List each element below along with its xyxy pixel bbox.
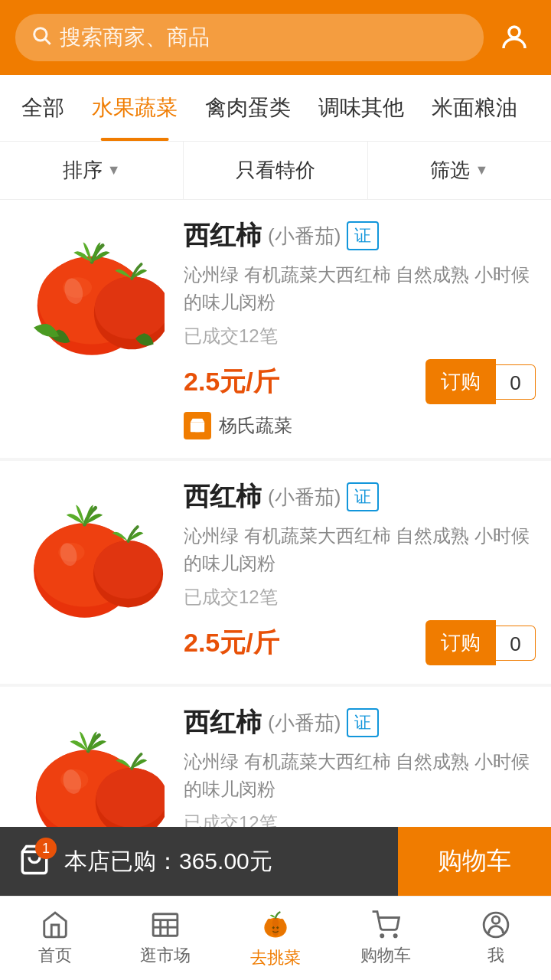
buy-button-1[interactable]: 订购 bbox=[425, 359, 496, 404]
product-price-2: 2.5元/斤 bbox=[184, 626, 279, 661]
buy-button-2[interactable]: 订购 bbox=[425, 620, 496, 665]
product-title-row-2: 西红柿 (小番茄) 证 bbox=[184, 479, 536, 514]
cart-icon-wrap: 1 bbox=[18, 844, 51, 879]
cart-badge: 1 bbox=[35, 838, 57, 859]
svg-line-1 bbox=[45, 39, 50, 44]
product-item-1: 西红柿 (小番茄) 证 沁州绿 有机蔬菜大西红柿 自然成熟 小时候的味儿闵粉 已… bbox=[0, 200, 551, 458]
product-desc-2: 沁州绿 有机蔬菜大西红柿 自然成熟 小时候的味儿闵粉 bbox=[184, 522, 536, 577]
nav-item-home[interactable]: 首页 bbox=[0, 897, 110, 980]
cart-info: 1 本店已购：365.00元 bbox=[0, 827, 398, 896]
svg-rect-24 bbox=[153, 913, 178, 936]
cart-button[interactable]: 购物车 bbox=[398, 827, 551, 896]
buy-btn-wrap-2: 订购 0 bbox=[425, 620, 536, 665]
cart-bar: 1 本店已购：365.00元 购物车 bbox=[0, 827, 551, 896]
svg-rect-10 bbox=[195, 426, 200, 432]
sort-arrow-icon: ▼ bbox=[107, 162, 121, 178]
svg-point-16 bbox=[94, 541, 162, 599]
cert-badge-3: 证 bbox=[347, 708, 379, 737]
cert-badge-2: 证 bbox=[347, 482, 379, 511]
nav-label-me: 我 bbox=[487, 944, 504, 967]
product-buy-row-1: 2.5元/斤 订购 0 bbox=[184, 359, 536, 404]
svg-point-36 bbox=[492, 916, 500, 923]
svg-point-32 bbox=[279, 918, 285, 935]
product-sold-1: 已成交12笔 bbox=[184, 324, 536, 348]
nav-label-market: 逛市场 bbox=[140, 944, 191, 967]
buy-count-1: 0 bbox=[496, 364, 536, 400]
product-name-2: 西红柿 bbox=[184, 479, 262, 514]
product-item-2: 西红柿 (小番茄) 证 沁州绿 有机蔬菜大西红柿 自然成熟 小时候的味儿闵粉 已… bbox=[0, 461, 551, 684]
product-price-1: 2.5元/斤 bbox=[184, 364, 279, 400]
nav-label-shop: 去挑菜 bbox=[250, 946, 301, 969]
svg-point-33 bbox=[381, 934, 383, 936]
sort-filter[interactable]: 排序 ▼ bbox=[0, 142, 184, 199]
product-name-1: 西红柿 bbox=[184, 218, 262, 253]
buy-count-2: 0 bbox=[496, 626, 536, 661]
product-subtitle-2: (小番茄) bbox=[268, 484, 341, 511]
cat-tab-grain[interactable]: 米面粮油 bbox=[418, 75, 531, 141]
bottom-nav: 首页 逛市场 去挑菜 bbox=[0, 896, 551, 980]
nav-item-me[interactable]: 我 bbox=[441, 897, 551, 980]
nav-item-market[interactable]: 逛市场 bbox=[110, 897, 220, 980]
svg-point-31 bbox=[266, 918, 272, 935]
svg-point-0 bbox=[34, 28, 47, 40]
cat-tab-fruits[interactable]: 水果蔬菜 bbox=[78, 75, 191, 141]
screen-label: 筛选 bbox=[430, 157, 470, 184]
product-image-2 bbox=[15, 479, 168, 632]
cat-tab-meat[interactable]: 禽肉蛋类 bbox=[191, 75, 305, 141]
search-placeholder: 搜索商家、商品 bbox=[60, 23, 210, 52]
product-info-2: 西红柿 (小番茄) 证 沁州绿 有机蔬菜大西红柿 自然成熟 小时候的味儿闵粉 已… bbox=[184, 479, 536, 665]
product-title-row-3: 西红柿 (小番茄) 证 bbox=[184, 705, 536, 740]
product-desc-1: 沁州绿 有机蔬菜大西红柿 自然成熟 小时候的味儿闵粉 bbox=[184, 261, 536, 316]
product-image-1 bbox=[15, 218, 168, 371]
nav-item-shop[interactable]: 去挑菜 bbox=[220, 897, 331, 980]
special-price-label: 只看特价 bbox=[236, 157, 315, 184]
filter-bar: 排序 ▼ 只看特价 筛选 ▼ bbox=[0, 142, 551, 200]
product-buy-row-2: 2.5元/斤 订购 0 bbox=[184, 620, 536, 665]
cart-text: 本店已购：365.00元 bbox=[64, 846, 272, 877]
nav-label-home: 首页 bbox=[38, 944, 72, 967]
search-bar[interactable]: 搜索商家、商品 bbox=[15, 14, 484, 61]
product-title-row-1: 西红柿 (小番茄) 证 bbox=[184, 218, 536, 253]
cert-badge-1: 证 bbox=[347, 221, 379, 250]
cat-tab-seasoning[interactable]: 调味其他 bbox=[305, 75, 418, 141]
svg-point-22 bbox=[96, 768, 165, 828]
header: 搜索商家、商品 bbox=[0, 0, 551, 75]
category-tabs: 全部 水果蔬菜 禽肉蛋类 调味其他 米面粮油 bbox=[0, 75, 551, 142]
sort-label: 排序 bbox=[63, 157, 103, 184]
svg-point-2 bbox=[509, 27, 520, 38]
product-info-1: 西红柿 (小番茄) 证 沁州绿 有机蔬菜大西红柿 自然成熟 小时候的味儿闵粉 已… bbox=[184, 218, 536, 439]
product-subtitle-1: (小番茄) bbox=[268, 223, 341, 250]
nav-item-cart[interactable]: 购物车 bbox=[331, 897, 441, 980]
user-icon[interactable] bbox=[493, 16, 536, 59]
screen-filter[interactable]: 筛选 ▼ bbox=[368, 142, 551, 199]
screen-arrow-icon: ▼ bbox=[474, 162, 488, 178]
nav-label-cart: 购物车 bbox=[360, 944, 411, 967]
product-subtitle-3: (小番茄) bbox=[268, 710, 341, 737]
product-sold-2: 已成交12笔 bbox=[184, 585, 536, 609]
product-desc-3: 沁州绿 有机蔬菜大西红柿 自然成熟 小时候的味儿闵粉 bbox=[184, 748, 536, 803]
search-icon bbox=[31, 24, 52, 51]
cat-tab-all[interactable]: 全部 bbox=[8, 75, 78, 141]
seller-name-1: 杨氏蔬菜 bbox=[219, 413, 292, 438]
svg-point-34 bbox=[394, 934, 396, 936]
product-name-3: 西红柿 bbox=[184, 705, 262, 740]
seller-icon-1 bbox=[184, 412, 211, 439]
seller-row-1: 杨氏蔬菜 bbox=[184, 412, 536, 439]
buy-btn-wrap-1: 订购 0 bbox=[425, 359, 536, 404]
special-price-filter[interactable]: 只看特价 bbox=[184, 142, 367, 199]
